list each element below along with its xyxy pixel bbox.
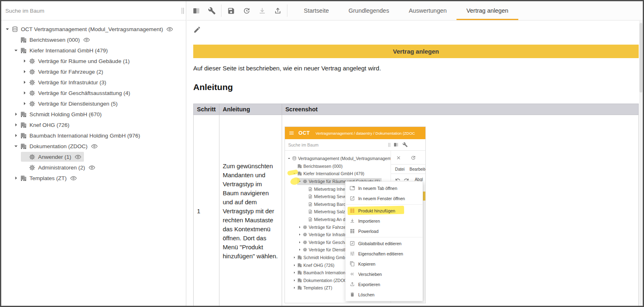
save-button[interactable] — [223, 4, 239, 18]
tree-item[interactable]: Verträge für Fahrzeuge (2) — [1, 66, 186, 77]
close-icon[interactable] — [396, 155, 401, 160]
scrollbar-thumb[interactable] — [639, 23, 642, 93]
context-menu-item-label: Produkt hinzufügen — [358, 208, 395, 213]
context-menu-item[interactable]: Löschen — [346, 289, 423, 300]
panel-icon[interactable] — [393, 142, 399, 147]
context-menu-item[interactable]: Eigenschaften editieren — [346, 248, 423, 259]
caret-down-icon — [12, 47, 20, 54]
tree-item[interactable]: Verträge für Geschäftsausstattung (4) — [1, 88, 186, 98]
tab-auswertungen[interactable]: Auswertungen — [399, 1, 456, 20]
page-banner: Vertrag anlegen — [193, 45, 639, 58]
tree-item[interactable]: Kiefer International GmbH (479) — [1, 45, 186, 56]
main-content: Vertrag anlegen Auf dieser Seite ist bes… — [187, 21, 639, 306]
tree-item[interactable]: Verträge für Räume und Gebäude (1) — [1, 56, 186, 66]
tree-item[interactable]: Administratoren (2) — [1, 162, 186, 173]
caret-down-icon — [4, 25, 11, 33]
tree-item[interactable]: Schmidt Holding GmbH (670) — [1, 109, 186, 120]
toolbar — [187, 1, 291, 20]
embedded-breadcrumb: Vertragsmanagement / dataentry / Dokumen… — [316, 131, 415, 135]
database-icon — [292, 156, 297, 161]
tree-item-label: Mietvertrag Baro — [314, 202, 346, 207]
tree-item[interactable]: Dokumentation (ZDOC) — [1, 141, 186, 151]
context-menu-item[interactable]: Kopieren — [346, 259, 423, 269]
context-menu-item[interactable]: Globalattribut editieren — [346, 238, 423, 248]
col-header-anleitung: Anleitung — [219, 104, 282, 115]
building-icon — [20, 143, 27, 150]
tab-startseite[interactable]: Startseite — [294, 1, 339, 20]
panel-button[interactable] — [188, 4, 204, 18]
splitter-handle[interactable] — [179, 1, 186, 20]
wrench-button[interactable] — [204, 4, 219, 18]
context-menu-item[interactable]: Powerload — [346, 226, 423, 236]
tree-item-label: Administratoren (2) — [38, 165, 85, 171]
history-icon[interactable] — [411, 155, 416, 160]
context-menu: In neuem Tab öffnenIn neuem Fenster öffn… — [345, 181, 423, 301]
tab-grundlegendes[interactable]: Grundlegendes — [339, 1, 399, 20]
tree-item-label: OCT Vertragsmanagement (Modul_Vertragsma… — [21, 26, 163, 32]
tree-item-label: Schmidt Holding GmbH (670) — [29, 111, 102, 117]
tree-item[interactable]: Baumbach International Holding GmbH (976… — [1, 130, 186, 141]
hamburger-icon[interactable] — [289, 130, 294, 136]
tree-item[interactable]: Verträge für Infrastruktur (3) — [1, 77, 186, 88]
vertical-scrollbar[interactable] — [639, 21, 643, 306]
history-icon — [243, 7, 251, 15]
table-header-row: Schritt Anleitung Screenshot — [194, 104, 639, 115]
context-menu-item[interactable]: In neuem Tab öffnen — [346, 183, 423, 193]
tree-item[interactable]: Verträge für Dienstleistungen (5) — [1, 98, 186, 109]
tab-vertrag-anlegen[interactable]: Vertrag anlegen — [456, 1, 518, 20]
contract-icon — [308, 187, 313, 192]
embedded-screenshot: OCT Vertragsmanagement / dataentry / Dok… — [285, 126, 426, 303]
caret-spacer — [303, 217, 307, 222]
tree-item[interactable]: Berichtswesen (000) — [1, 34, 186, 45]
upload-button[interactable] — [270, 4, 285, 18]
tree-item-label: Mietvertrag Inhei — [314, 187, 346, 192]
download-button[interactable] — [254, 4, 270, 18]
caret-right-icon — [12, 111, 20, 118]
step-screenshot-cell: OCT Vertragsmanagement / dataentry / Dok… — [282, 115, 638, 306]
caret-right-icon — [21, 68, 28, 75]
database-icon — [11, 26, 18, 33]
tree-item[interactable]: Anwender (1) — [1, 151, 186, 162]
embedded-toolbar: Suche im Baum — [285, 139, 425, 151]
caret-right-icon — [12, 132, 20, 139]
copy-icon — [350, 261, 355, 266]
sidebar: OCT Vertragsmanagement (Modul_Vertragsma… — [1, 1, 186, 306]
embedded-search-input[interactable]: Suche im Baum — [285, 142, 389, 147]
context-menu-item[interactable]: Exportieren — [346, 279, 423, 289]
intro-text: Auf dieser Seite ist beschrieben, wie ei… — [193, 65, 639, 72]
embedded-menu-item[interactable]: Datei — [395, 167, 404, 172]
history-button[interactable] — [239, 4, 254, 18]
embedded-splitter-handle[interactable] — [389, 143, 390, 147]
tree-item[interactable]: Knef OHG (726) — [1, 120, 186, 130]
tab-label: Auswertungen — [409, 7, 447, 14]
gear-icon — [303, 179, 307, 184]
context-menu-item[interactable]: Importieren — [346, 216, 423, 226]
context-menu-item[interactable]: Produkt hinzufügen — [346, 205, 423, 216]
upload-icon — [274, 7, 282, 15]
section-heading: Anleitung — [193, 82, 639, 92]
context-menu-item-label: Verschieben — [358, 272, 382, 277]
context-menu-item-label: Löschen — [358, 292, 375, 297]
save-icon — [227, 7, 235, 15]
download-icon — [258, 7, 266, 15]
tree-search-input[interactable] — [1, 1, 179, 20]
embedded-undo-row: Abgl — [391, 174, 425, 182]
building-icon — [20, 132, 27, 139]
edit-pencil-icon[interactable] — [193, 26, 201, 34]
tree-item-label: Mietvertrag Salzs — [314, 209, 347, 214]
tab-bar: StartseiteGrundlegendesAuswertungenVertr… — [294, 1, 518, 20]
caret-right-icon — [21, 89, 28, 97]
context-menu-item[interactable]: In neuem Fenster öffnen — [346, 193, 423, 203]
wrench-icon[interactable] — [402, 142, 408, 147]
tree-item-label: Mietvertrag Seve — [314, 194, 346, 199]
eye-icon — [83, 36, 90, 43]
tree-item[interactable]: OCT Vertragsmanagement (Modul_Vertragsma… — [1, 24, 186, 34]
building-icon — [20, 47, 27, 54]
wrench-icon — [208, 7, 216, 15]
embedded-menu-item[interactable]: Bearbeiten — [409, 167, 425, 172]
gear-icon — [29, 58, 36, 65]
caret-right-icon — [292, 263, 297, 268]
building-icon — [297, 285, 302, 290]
context-menu-item[interactable]: Verschieben — [346, 269, 423, 279]
tree-item[interactable]: Templates (ZT) — [1, 173, 186, 183]
